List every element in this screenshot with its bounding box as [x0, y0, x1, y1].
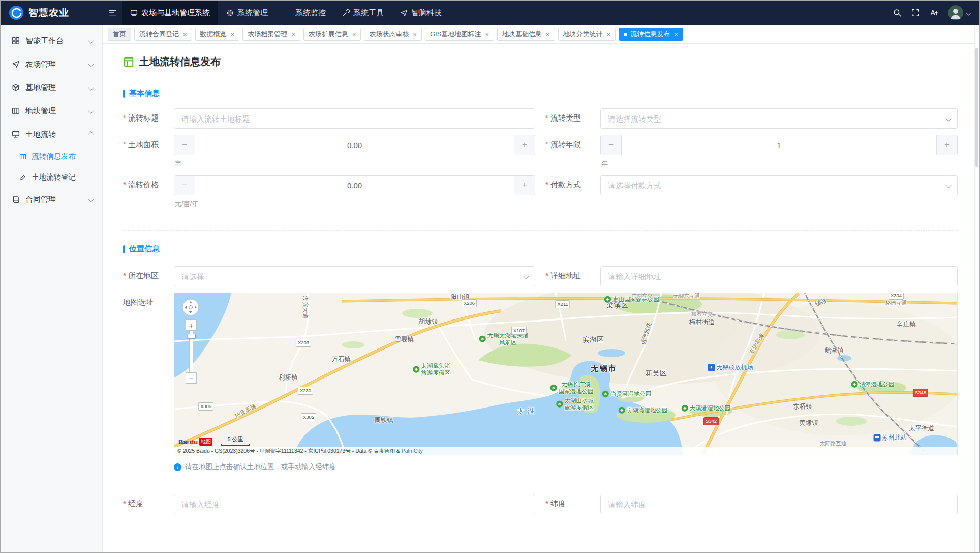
- tab[interactable]: 流转合同登记×: [134, 28, 192, 41]
- close-icon[interactable]: ×: [291, 31, 295, 38]
- longitude-input[interactable]: [174, 494, 535, 514]
- close-icon[interactable]: ×: [485, 31, 489, 38]
- map-label: 胡埭镇: [419, 318, 438, 326]
- fullscreen-icon[interactable]: [911, 9, 920, 17]
- payment-method-select[interactable]: [600, 175, 958, 195]
- font-size-icon[interactable]: [930, 9, 938, 17]
- sidebar-item-label: 土地流转: [25, 130, 89, 139]
- avatar: [948, 5, 963, 20]
- latitude-input[interactable]: [600, 494, 958, 514]
- transfer-title-input[interactable]: [174, 108, 535, 129]
- tab-label: 地块分类统计: [563, 30, 603, 39]
- tab-label: 农场状态审核: [369, 30, 409, 39]
- tab[interactable]: 地块分类统计×: [558, 28, 616, 41]
- map-labels: 无锡市梁溪区滨湖区新吴区阳山镇胡埭镇雪堰镇万石镇利桥镇周铁镇辛庄镇鹅湖镇梅村街道…: [174, 293, 957, 455]
- zoom-slider[interactable]: [189, 330, 193, 373]
- map-label: 运河西路: [639, 322, 653, 346]
- longitude-label: 经度: [123, 494, 174, 514]
- map-scale: 5 公里: [221, 435, 250, 446]
- close-icon[interactable]: ×: [607, 31, 611, 38]
- increase-button[interactable]: +: [514, 135, 535, 155]
- train-station-icon: [874, 434, 881, 441]
- zoom-out-button[interactable]: −: [186, 372, 197, 384]
- sidebar-item-5[interactable]: 土地流转: [1, 123, 102, 146]
- top-nav-item-2[interactable]: 系统管理: [218, 1, 276, 25]
- top-nav-item-5[interactable]: 智脑科技: [392, 1, 450, 25]
- map-label: 梁溪区: [606, 301, 629, 310]
- map-hint: 请在地图上点击确认土地位置，或手动输入经纬度: [174, 462, 958, 472]
- chevron-down-icon: [88, 108, 94, 113]
- close-icon[interactable]: ×: [231, 31, 235, 38]
- map-label: 无锡市: [591, 364, 617, 373]
- increase-button[interactable]: +: [936, 135, 957, 155]
- top-nav-item-3[interactable]: 系统监控: [276, 1, 334, 25]
- land-area-stepper[interactable]: − 0.00 +: [174, 135, 535, 155]
- transfer-type-select[interactable]: [600, 108, 958, 129]
- user-menu[interactable]: [948, 5, 970, 20]
- map-label: 新吴区: [645, 369, 667, 378]
- airport-icon: ✈: [708, 364, 715, 371]
- map-label: X230: [298, 387, 313, 395]
- decrease-button[interactable]: −: [174, 135, 195, 155]
- transfer-years-value[interactable]: 1: [622, 135, 936, 155]
- transfer-years-stepper[interactable]: − 1 +: [600, 135, 958, 155]
- sidebar-subitem[interactable]: 流转信息发布: [1, 146, 102, 167]
- sidebar-item-3[interactable]: 基地管理: [1, 76, 102, 99]
- sidebar-item-1[interactable]: 智能工作台: [1, 29, 102, 52]
- transfer-price-stepper[interactable]: − 0.00 +: [174, 175, 535, 195]
- sidebar-item-6[interactable]: 合同管理: [1, 188, 102, 211]
- top-nav-item-1[interactable]: 农场与基地管理系统: [122, 1, 218, 25]
- sidebar-item-4[interactable]: 地块管理: [1, 99, 102, 123]
- form-item-transfer-title: 流转标题: [123, 108, 535, 129]
- close-icon[interactable]: ×: [352, 31, 356, 38]
- region-select[interactable]: [174, 266, 535, 286]
- map-canvas[interactable]: 无锡市梁溪区滨湖区新吴区阳山镇胡埭镇雪堰镇万石镇利桥镇周铁镇辛庄镇鹅湖镇梅村街道…: [174, 293, 958, 455]
- close-icon[interactable]: ×: [413, 31, 417, 38]
- land-area-unit: 亩: [175, 159, 535, 168]
- latitude-label: 纬度: [545, 494, 600, 514]
- transfer-type-label: 流转类型: [545, 108, 600, 129]
- tab[interactable]: 农场档案管理×: [242, 28, 300, 41]
- top-nav-item-4[interactable]: 系统工具: [334, 1, 392, 25]
- zoom-slider-handle[interactable]: [188, 334, 196, 339]
- close-icon[interactable]: ×: [546, 31, 550, 38]
- form-item-latitude: 纬度: [545, 494, 958, 514]
- tab[interactable]: GIS基地地图标注×: [425, 28, 494, 41]
- palmcity-link[interactable]: PalmCity: [402, 448, 423, 454]
- active-tab-dot: [624, 33, 627, 36]
- increase-button[interactable]: +: [514, 176, 535, 195]
- tab[interactable]: 流转信息发布×: [619, 28, 683, 41]
- send-icon: [12, 60, 20, 68]
- vertical-scrollbar[interactable]: [974, 25, 979, 552]
- land-area-label: 土地面积: [123, 135, 174, 168]
- sidebar-item-label: 基地管理: [25, 83, 89, 93]
- map-label: 雪堰镇: [394, 336, 414, 344]
- map-label: 太湖: [517, 406, 537, 416]
- map-pan-control[interactable]: [181, 298, 200, 318]
- park-icon: ♣: [413, 366, 419, 373]
- tab[interactable]: 农场状态审核×: [364, 28, 422, 41]
- collapse-menu-icon[interactable]: [109, 9, 117, 17]
- transfer-price-value[interactable]: 0.00: [195, 176, 514, 195]
- decrease-button[interactable]: −: [601, 135, 622, 155]
- nav-label: 智脑科技: [411, 8, 442, 18]
- land-area-value[interactable]: 0.00: [195, 135, 514, 155]
- search-icon[interactable]: [893, 9, 901, 17]
- tab[interactable]: 地块基础信息×: [497, 28, 555, 41]
- section-location-info: 位置信息: [123, 244, 958, 254]
- close-icon[interactable]: ×: [674, 31, 678, 38]
- sidebar-subitem[interactable]: 土地流转登记: [1, 167, 102, 188]
- tab-label: 流转信息发布: [630, 30, 670, 39]
- map-label: ♣太湖山水城 旅游度假区: [556, 397, 594, 412]
- scrollbar-thumb[interactable]: [975, 48, 978, 167]
- tab[interactable]: 农场扩展信息×: [303, 28, 361, 41]
- decrease-button[interactable]: −: [174, 176, 195, 195]
- address-input[interactable]: [600, 266, 958, 286]
- brand[interactable]: 智慧农业: [1, 1, 103, 25]
- tab[interactable]: 首页: [108, 28, 131, 41]
- sidebar-item-2[interactable]: 农场管理: [1, 52, 102, 76]
- tab[interactable]: 数据概览×: [195, 28, 240, 41]
- zoom-in-button[interactable]: +: [186, 319, 197, 331]
- dashboard-icon: [12, 37, 20, 45]
- close-icon[interactable]: ×: [183, 31, 187, 38]
